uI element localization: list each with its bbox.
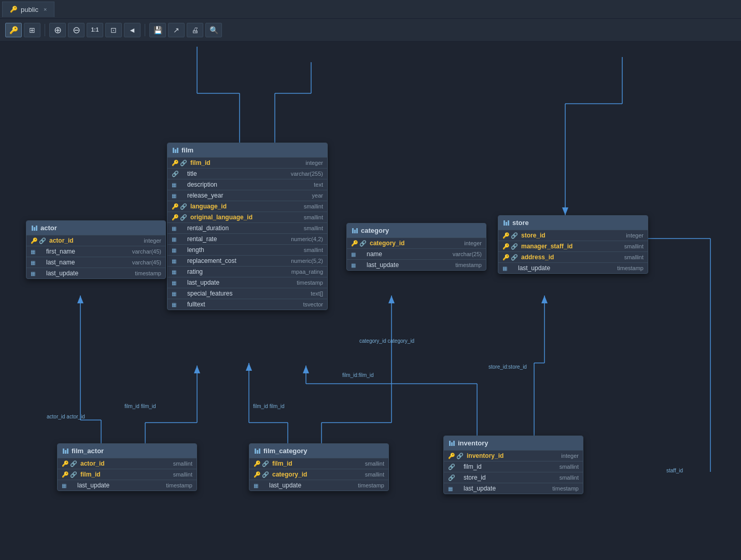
link-icon: 🔗 [180, 214, 187, 221]
table-actor-header: actor [26, 221, 165, 235]
field-fc-category_id: 🔑🔗 category_id smallint [249, 469, 388, 480]
export-button[interactable]: ↗ [168, 23, 185, 37]
field-store-address_id: 🔑🔗 address_id smallint [498, 251, 648, 262]
field-actor-last_update: ▦ last_update timestamp [26, 268, 165, 278]
toolbar-separator-1 [45, 24, 45, 36]
key-icon: 🔑 [502, 243, 510, 250]
link-icon: 🔗 [180, 160, 187, 166]
field-fa-last_update: ▦ last_update timestamp [58, 480, 197, 491]
search-button[interactable]: 🔍 [205, 23, 222, 37]
table-category-header: category [347, 223, 486, 237]
link-icon: 🔗 [70, 471, 77, 478]
grid-icon: ▦ [502, 265, 507, 271]
table-inventory-header: inventory [444, 436, 583, 450]
grid-icon: ▦ [351, 251, 356, 257]
rel-label-film-id-3: film_id:film_id [342, 372, 374, 378]
key-icon: 🔑 [502, 232, 510, 239]
toolbar: 🔑 ⊞ ⊕ ⊖ 1:1 ⊡ ◄ 💾 ↗ 🖨 🔍 [0, 19, 741, 41]
grid-icon: ▦ [31, 271, 35, 276]
field-fulltext: ▦ fulltext tsvector [167, 299, 327, 310]
table-inventory[interactable]: inventory 🔑🔗 inventory_id integer 🔗 film… [443, 436, 583, 494]
grid-icon: ▦ [172, 182, 176, 188]
rel-label-store-id: store_id:store_id [488, 364, 527, 370]
fit-view-button[interactable]: ⊡ [105, 23, 122, 37]
link-icon: 🔗 [456, 453, 464, 459]
field-store-last_update: ▦ last_update timestamp [498, 262, 648, 273]
field-rating: ▦ rating mpaa_rating [167, 266, 327, 277]
table-film-category-header: film_category [249, 444, 388, 458]
field-inv-last_update: ▦ last_update timestamp [444, 483, 583, 494]
field-inv-store_id: 🔗 store_id smallint [444, 472, 583, 483]
print-button[interactable]: 🖨 [187, 23, 203, 37]
link-icon: 🔗 [511, 243, 518, 250]
key-icon: 🔑 [31, 237, 38, 244]
table-film-category[interactable]: film_category 🔑🔗 film_id smallint 🔑🔗 cat… [249, 443, 389, 491]
field-cat-last_update: ▦ last_update timestamp [347, 259, 486, 270]
svg-marker-13 [77, 296, 83, 303]
field-actor-first_name: ▦ first_name varchar(45) [26, 246, 165, 257]
grid-icon: ▦ [31, 260, 35, 265]
field-description: ▦ description text [167, 179, 327, 190]
field-release_year: ▦ release_year year [167, 190, 327, 201]
table-category[interactable]: category 🔑🔗 category_id integer ▦ name v… [346, 223, 486, 271]
zoom-in-button[interactable]: ⊕ [49, 23, 66, 37]
one-to-one-button[interactable]: 1:1 [87, 23, 103, 37]
field-inv-film_id: 🔗 film_id smallint [444, 461, 583, 472]
grid-icon: ▦ [172, 226, 176, 231]
rel-label-category-id: category_id category_id [359, 338, 414, 344]
grid-icon: ▦ [172, 280, 176, 286]
rel-label-film-id-1: film_id film_id [124, 403, 156, 409]
grid-icon: ▦ [172, 193, 176, 199]
grid-icon: ▦ [62, 483, 66, 488]
svg-marker-33 [541, 296, 548, 303]
field-title: 🔗 title varchar(255) [167, 168, 327, 179]
field-film_id: 🔑🔗 film_id integer [167, 157, 327, 168]
svg-marker-17 [194, 366, 200, 373]
field-length: ▦ length smallint [167, 244, 327, 255]
tab-public[interactable]: 🔑 public × [2, 2, 54, 17]
link-icon: 🔗 [511, 254, 518, 261]
tab-label: public [21, 6, 38, 13]
link-icon: 🔗 [511, 232, 518, 239]
key-icon: 🔑 [62, 460, 69, 467]
svg-marker-21 [246, 363, 252, 371]
table-store[interactable]: store 🔑🔗 store_id integer 🔑🔗 manager_sta… [498, 215, 648, 274]
table-film[interactable]: film 🔑🔗 film_id integer 🔗 title varchar(… [167, 143, 328, 310]
key-icon: 🔑 [172, 214, 179, 221]
field-rental_duration: ▦ rental_duration smallint [167, 222, 327, 233]
field-cat-category_id: 🔑🔗 category_id integer [347, 237, 486, 248]
field-inv-inventory_id: 🔑🔗 inventory_id integer [444, 450, 583, 461]
key-icon: 🔑 [254, 460, 261, 467]
key-icon: 🔑 [172, 160, 179, 166]
field-fc-last_update: ▦ last_update timestamp [249, 480, 388, 491]
key-icon: 🔑 [351, 240, 358, 247]
key-view-button[interactable]: 🔑 [5, 23, 22, 37]
table-film-header: film [167, 143, 327, 157]
field-fc-film_id: 🔑🔗 film_id smallint [249, 458, 388, 469]
field-actor-actor_id: 🔑🔗 actor_id integer [26, 235, 165, 246]
grid-icon: ▦ [172, 258, 176, 264]
grid-view-button[interactable]: ⊞ [24, 23, 40, 37]
field-original_language_id: 🔑🔗 original_language_id smallint [167, 212, 327, 222]
grid-icon: ▦ [31, 249, 35, 255]
field-actor-last_name: ▦ last_name varchar(45) [26, 257, 165, 268]
table-film-actor[interactable]: film_actor 🔑🔗 actor_id smallint 🔑🔗 film_… [57, 443, 197, 491]
field-special_features: ▦ special_features text[] [167, 288, 327, 299]
tab-icon: 🔑 [10, 6, 18, 13]
link-icon: 🔗 [262, 460, 269, 467]
save-button[interactable]: 💾 [149, 23, 166, 37]
key-icon: 🔑 [502, 254, 510, 261]
link-icon: 🔗 [39, 237, 46, 244]
field-rental_rate: ▦ rental_rate numeric(4,2) [167, 233, 327, 244]
field-replacement_cost: ▦ replacement_cost numeric(5,2) [167, 255, 327, 266]
link-icon: 🔗 [172, 171, 179, 177]
erd-canvas: actor_id actor_id film_id film_id film_i… [0, 41, 741, 560]
grid-icon: ▦ [172, 269, 176, 275]
tab-close[interactable]: × [44, 6, 47, 12]
arrange-button[interactable]: ◄ [124, 23, 141, 37]
link-icon: 🔗 [448, 474, 455, 481]
table-film-actor-header: film_actor [58, 444, 197, 458]
field-store-store_id: 🔑🔗 store_id integer [498, 230, 648, 241]
table-actor[interactable]: actor 🔑🔗 actor_id integer ▦ first_name v… [26, 220, 166, 279]
zoom-out-button[interactable]: ⊖ [68, 23, 85, 37]
